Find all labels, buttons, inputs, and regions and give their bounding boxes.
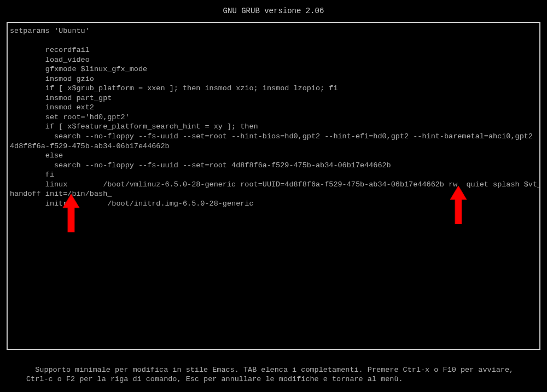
annotation-arrow-left <box>60 194 82 232</box>
grub-title: GNU GRUB versione 2.06 <box>223 7 324 15</box>
annotation-arrow-right <box>447 186 469 224</box>
grub-header: GNU GRUB versione 2.06 <box>0 0 547 22</box>
grub-footer-help: Supporto minimale per modifica in stile … <box>0 350 547 390</box>
footer-text: Supporto minimale per modifica in stile … <box>26 366 514 384</box>
editor-content[interactable]: setparams 'Ubuntu' recordfail load_video… <box>10 26 537 208</box>
